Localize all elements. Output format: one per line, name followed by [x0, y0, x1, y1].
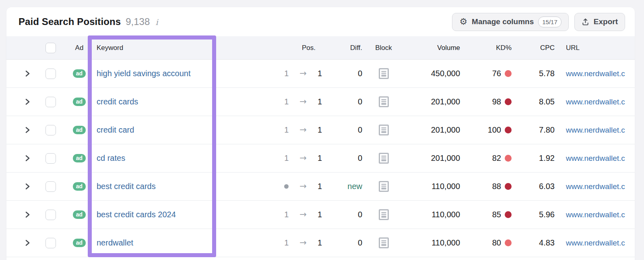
volume-value: 110,000 — [405, 173, 460, 200]
columns-count-badge: 15/17 — [538, 17, 561, 27]
kd-difficulty-dot — [505, 211, 512, 218]
kd-value: 76 — [492, 69, 501, 78]
arrow-right-icon: → — [299, 239, 307, 247]
ad-badge: ad — [73, 154, 86, 163]
kd-difficulty-dot — [505, 183, 512, 190]
arrow-right-icon: → — [299, 98, 307, 106]
column-header-diff[interactable]: Diff. — [350, 44, 362, 52]
keyword-link[interactable]: nerdwallet — [97, 238, 133, 248]
url-link[interactable]: www.nerdwallet.c — [566, 210, 625, 219]
keyword-link[interactable]: best credit cards 2024 — [97, 210, 176, 219]
url-link[interactable]: www.nerdwallet.c — [566, 126, 625, 135]
diff-value: 0 — [358, 154, 362, 163]
info-icon[interactable]: i — [155, 17, 159, 27]
ad-block-icon[interactable] — [379, 181, 389, 192]
column-header-kd[interactable]: KD% — [496, 44, 512, 52]
diff-value: 0 — [358, 69, 362, 78]
ad-block-icon[interactable] — [379, 96, 389, 107]
cpc-value: 5.78 — [512, 60, 555, 87]
select-all-checkbox[interactable] — [45, 43, 56, 53]
ad-block-icon[interactable] — [379, 125, 389, 135]
ad-badge: ad — [73, 126, 86, 135]
diff-value: 0 — [358, 210, 362, 219]
keyword-link[interactable]: best credit cards — [97, 182, 156, 191]
volume-value: 201,000 — [405, 88, 460, 116]
expand-chevron-icon[interactable] — [25, 183, 30, 190]
kd-value: 98 — [492, 97, 501, 106]
expand-chevron-icon[interactable] — [25, 155, 30, 162]
volume-value: 201,000 — [405, 144, 460, 172]
position-current: 1 — [318, 182, 322, 191]
position-previous: 1 — [284, 238, 289, 248]
volume-value: 110,000 — [405, 201, 460, 229]
arrow-right-icon: → — [299, 154, 307, 162]
expand-chevron-icon[interactable] — [25, 211, 30, 218]
panel-header: Paid Search Positions 9,138 i ⚙ Manage c… — [6, 7, 635, 36]
url-link[interactable]: www.nerdwallet.c — [566, 98, 625, 106]
ad-badge: ad — [73, 98, 86, 106]
row-checkbox[interactable] — [45, 153, 56, 164]
table-body: ad high yield savings account 1 → 1 0 45… — [6, 60, 635, 257]
cpc-value: 4.83 — [512, 229, 555, 257]
export-button[interactable]: Export — [574, 13, 625, 31]
cpc-value: 1.92 — [512, 144, 555, 172]
volume-value: 201,000 — [405, 116, 460, 144]
column-header-ad: Ad — [75, 44, 84, 52]
kd-value: 100 — [488, 125, 501, 135]
row-checkbox[interactable] — [45, 97, 56, 107]
keyword-link[interactable]: cd rates — [97, 154, 125, 163]
gear-icon: ⚙ — [459, 17, 467, 26]
row-checkbox[interactable] — [45, 238, 56, 248]
column-header-url: URL — [566, 44, 580, 52]
ad-badge: ad — [73, 210, 86, 219]
kd-value: 85 — [492, 210, 501, 219]
keyword-link[interactable]: credit card — [97, 125, 134, 135]
row-checkbox[interactable] — [45, 69, 56, 79]
table-row: ad best credit cards → 1 new 110,000 88 … — [6, 173, 635, 201]
ad-block-icon[interactable] — [379, 153, 389, 164]
column-header-block: Block — [375, 44, 392, 52]
row-checkbox[interactable] — [45, 210, 56, 220]
arrow-right-icon: → — [299, 182, 307, 191]
kd-difficulty-dot — [505, 127, 512, 133]
diff-value: new — [347, 182, 362, 191]
kd-value: 88 — [492, 182, 501, 191]
ad-block-icon[interactable] — [379, 68, 389, 79]
arrow-right-icon: → — [299, 69, 307, 78]
url-link[interactable]: www.nerdwallet.c — [566, 154, 625, 163]
column-header-pos[interactable]: Pos. — [302, 44, 316, 52]
column-header-keyword: Keyword — [97, 44, 123, 52]
toolbar: ⚙ Manage columns 15/17 Export — [452, 13, 625, 31]
kd-value: 82 — [492, 154, 501, 163]
ad-badge: ad — [73, 69, 86, 78]
column-header-cpc[interactable]: CPC — [540, 44, 555, 52]
keyword-link[interactable]: high yield savings account — [97, 69, 190, 78]
table-row: ad nerdwallet 1 → 1 0 110,000 80 4.83 ww… — [6, 229, 635, 257]
position-current: 1 — [318, 97, 322, 106]
volume-value: 450,000 — [405, 60, 460, 87]
url-link[interactable]: www.nerdwallet.c — [566, 182, 625, 191]
position-previous: 1 — [284, 154, 289, 163]
ad-block-icon[interactable] — [379, 209, 389, 220]
url-link[interactable]: www.nerdwallet.c — [566, 239, 625, 248]
column-header-volume[interactable]: Volume — [437, 44, 460, 52]
keyword-link[interactable]: credit cards — [97, 97, 138, 106]
row-checkbox[interactable] — [45, 181, 56, 192]
cpc-value: 6.03 — [512, 173, 555, 200]
expand-chevron-icon[interactable] — [25, 239, 30, 246]
position-previous: 1 — [284, 69, 289, 78]
expand-chevron-icon[interactable] — [25, 127, 30, 133]
kd-difficulty-dot — [505, 155, 512, 162]
expand-chevron-icon[interactable] — [25, 70, 30, 77]
url-link[interactable]: www.nerdwallet.c — [566, 69, 625, 78]
total-count: 9,138 — [126, 16, 150, 27]
ad-block-icon[interactable] — [379, 237, 389, 248]
position-previous: 1 — [284, 97, 289, 106]
table-row: ad credit cards 1 → 1 0 201,000 98 8.05 … — [6, 88, 635, 116]
cpc-value: 5.96 — [512, 201, 555, 229]
row-checkbox[interactable] — [45, 125, 56, 135]
position-current: 1 — [318, 69, 322, 78]
expand-chevron-icon[interactable] — [25, 98, 30, 105]
page-title: Paid Search Positions — [19, 16, 121, 27]
manage-columns-button[interactable]: ⚙ Manage columns 15/17 — [452, 13, 568, 31]
